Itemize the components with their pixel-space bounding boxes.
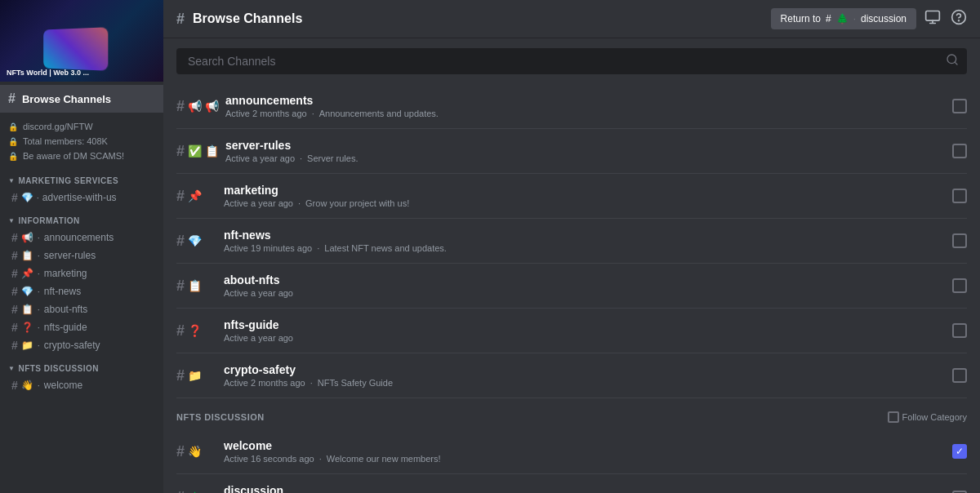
- channel-row-nfts-guide[interactable]: # ❓ nfts-guide Active a year ago: [176, 309, 967, 353]
- channel-name: nfts-guide: [44, 322, 87, 333]
- channel-icons: # 📁: [176, 367, 217, 384]
- channel-info: crypto-safety Active 2 months ago · NFTs…: [224, 363, 952, 388]
- channel-checkbox-discussion[interactable]: [952, 491, 967, 494]
- sidebar-info-section: 🔒 discord.gg/NFTW 🔒 Total members: 408K …: [0, 116, 163, 167]
- channel-name: welcome: [44, 380, 82, 391]
- channel-icons: # 🌲: [176, 489, 217, 493]
- svg-rect-0: [926, 11, 940, 20]
- channel-emoji: 📋: [21, 304, 33, 315]
- help-button[interactable]: [951, 9, 967, 29]
- channel-name: about-nfts: [224, 273, 952, 286]
- category-marketing-services[interactable]: ▼ MARKETING SERVICES: [0, 167, 163, 189]
- channel-icons: # ✅ 📋: [176, 143, 219, 160]
- channel-name: crypto-safety: [224, 363, 952, 376]
- channel-info: discussion Active 16 seconds ago · NFT D…: [224, 484, 952, 493]
- channel-emoji-1: 📌: [188, 189, 202, 202]
- channel-checkbox-welcome[interactable]: ✓: [952, 444, 967, 459]
- channel-row-announcements[interactable]: # 📢 📢 announcements Active 2 months ago …: [176, 84, 967, 129]
- hash-icon: #: [11, 191, 18, 204]
- channel-emoji-1: ✅: [188, 144, 202, 158]
- channel-info: nft-news Active 19 minutes ago · Latest …: [224, 229, 952, 253]
- sidebar-channel-server-rules[interactable]: # 📋 · server-rules: [3, 246, 160, 264]
- channel-row-server-rules[interactable]: # ✅ 📋 server-rules Active a year ago · S…: [176, 129, 967, 174]
- channel-emoji: 👋: [21, 380, 33, 391]
- lock-icon-2: 🔒: [8, 137, 18, 146]
- return-btn-label: Return to: [781, 13, 821, 24]
- main-header: # Browse Channels Return to # 🌲 · discus…: [163, 0, 980, 38]
- sidebar-browse-channels-label: Browse Channels: [22, 93, 111, 105]
- sidebar-channel-advertise-with-us[interactable]: # 💎 · advertise-with-us: [3, 189, 160, 207]
- category-divider-nfts-discussion: NFTS DISCUSSION Follow Category: [176, 398, 967, 429]
- sidebar-channel-nft-news[interactable]: # 💎 · nft-news: [3, 282, 160, 300]
- channel-info: nfts-guide Active a year ago: [224, 318, 952, 343]
- channel-active: Active 16 seconds ago: [224, 454, 314, 464]
- sidebar-channel-crypto-safety[interactable]: # 📁 · crypto-safety: [3, 336, 160, 354]
- category-marketing-label: MARKETING SERVICES: [18, 176, 118, 185]
- channel-desc: Grow your project with us!: [305, 198, 409, 208]
- category-information-label: INFORMATION: [18, 216, 79, 225]
- channel-checkbox-nft-news[interactable]: [952, 233, 967, 248]
- channel-icons: # 💎: [176, 233, 217, 250]
- hash-icon: #: [176, 443, 185, 460]
- hash-icon: #: [176, 367, 185, 384]
- channel-meta: Active 2 months ago · NFTs Safety Guide: [224, 378, 952, 388]
- channel-active: Active a year ago: [225, 153, 295, 163]
- channel-meta: Active a year ago: [224, 333, 952, 343]
- channel-row-nft-news[interactable]: # 💎 nft-news Active 19 minutes ago · Lat…: [176, 219, 967, 264]
- channel-row-marketing[interactable]: # 📌 marketing Active a year ago · Grow y…: [176, 174, 967, 219]
- channel-icons: # 📢 📢: [176, 98, 219, 115]
- search-input[interactable]: [176, 48, 967, 74]
- arrow-icon-3: ▼: [8, 365, 15, 372]
- discord-link: discord.gg/NFTW: [23, 122, 93, 131]
- channel-name: nft-news: [44, 286, 81, 297]
- hash-icon: #: [176, 489, 185, 493]
- lock-icon-1: 🔒: [8, 122, 18, 131]
- server-header: NFT 🔍 Discoverable NFTs World | Web 3.0 …: [0, 0, 163, 82]
- arrow-icon-2: ▼: [8, 217, 15, 224]
- channel-checkbox-announcements[interactable]: [952, 99, 967, 113]
- channel-active: Active a year ago: [224, 198, 293, 208]
- hash-icon: #: [176, 233, 185, 250]
- dot-separator: ·: [317, 243, 319, 253]
- sidebar-channel-nfts-guide[interactable]: # ❓ · nfts-guide: [3, 318, 160, 336]
- monitor-button[interactable]: [924, 9, 941, 29]
- channel-checkbox-server-rules[interactable]: [952, 144, 967, 158]
- channel-name: nft-news: [224, 229, 952, 242]
- channel-active: Active 2 months ago: [225, 109, 307, 118]
- members-count: Total members: 408K: [23, 136, 108, 146]
- channel-row-about-nfts[interactable]: # 📋 about-nfts Active a year ago: [176, 264, 967, 309]
- channel-emoji: 📁: [21, 340, 33, 351]
- channel-emoji: 📋: [21, 250, 33, 261]
- channel-meta: Active 2 months ago · Announcements and …: [225, 109, 952, 118]
- hash-icon: #: [176, 143, 185, 160]
- category-information[interactable]: ▼ INFORMATION: [0, 207, 163, 229]
- channel-name: marketing: [44, 268, 87, 279]
- channel-checkbox-nfts-guide[interactable]: [952, 323, 967, 338]
- follow-category-button[interactable]: Follow Category: [888, 411, 967, 423]
- channel-desc: Latest NFT news and updates.: [324, 243, 447, 253]
- channel-checkbox-about-nfts[interactable]: [952, 278, 967, 293]
- sidebar-channel-about-nfts[interactable]: # 📋 · about-nfts: [3, 300, 160, 318]
- channel-info: marketing Active a year ago · Grow your …: [224, 184, 952, 208]
- channel-emoji-1: 📢: [188, 100, 202, 113]
- dot-separator: ·: [312, 109, 314, 118]
- category-nfts-discussion[interactable]: ▼ NFTS DISCUSSION: [0, 354, 163, 376]
- search-button[interactable]: [946, 53, 959, 69]
- sidebar-browse-channels[interactable]: # Browse Channels: [0, 85, 163, 113]
- channel-emoji-1: 💎: [188, 234, 202, 247]
- channel-icons: # ❓: [176, 322, 217, 340]
- channel-row-welcome[interactable]: # 👋 welcome Active 16 seconds ago · Welc…: [176, 429, 967, 474]
- channel-row-crypto-safety[interactable]: # 📁 crypto-safety Active 2 months ago · …: [176, 353, 967, 398]
- sidebar-channel-marketing[interactable]: # 📌 · marketing: [3, 264, 160, 282]
- channel-icons: # 📌: [176, 188, 217, 205]
- channel-emoji-2: 📢: [205, 100, 219, 113]
- channel-row-discussion[interactable]: # 🌲 discussion Active 16 seconds ago · N…: [176, 474, 967, 493]
- return-button[interactable]: Return to # 🌲 · discussion: [771, 8, 916, 29]
- channel-checkbox-crypto-safety[interactable]: [952, 368, 967, 383]
- return-channel-name: discussion: [861, 13, 906, 24]
- channel-meta: Active a year ago: [224, 288, 952, 298]
- sidebar-channel-welcome[interactable]: # 👋 · welcome: [3, 376, 160, 394]
- dot-separator: ·: [298, 198, 301, 208]
- channel-checkbox-marketing[interactable]: [952, 189, 967, 203]
- sidebar-channel-announcements[interactable]: # 📢 · announcements: [3, 229, 160, 246]
